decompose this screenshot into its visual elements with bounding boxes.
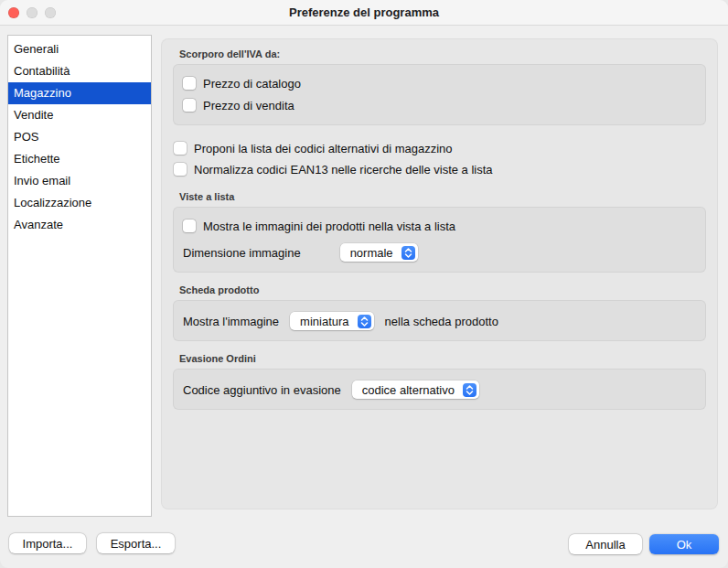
vat-group-box: Prezzo di catalogo Prezzo di vendita <box>173 64 706 125</box>
checkbox-label[interactable]: Prezzo di vendita <box>203 99 294 113</box>
image-size-label: Dimensione immagine <box>183 246 301 260</box>
sidebar-item-vendite[interactable]: Vendite <box>8 104 151 126</box>
preferences-sidebar: Generali Contabilità Magazzino Vendite P… <box>7 35 152 517</box>
image-size-select[interactable]: normale <box>340 243 418 262</box>
checkbox-label[interactable]: Proponi la lista dei codici alternativi … <box>194 142 453 155</box>
chevron-up-down-icon <box>358 315 371 328</box>
normalize-ean13-checkbox[interactable] <box>174 163 187 176</box>
show-image-select[interactable]: miniatura <box>290 312 373 330</box>
sidebar-item-avanzate[interactable]: Avanzate <box>8 214 151 236</box>
traffic-lights <box>8 7 56 18</box>
minimize-icon <box>27 7 37 18</box>
cancel-button[interactable]: Annulla <box>569 534 642 554</box>
popup-selected-value: miniatura <box>300 315 348 328</box>
propose-alt-codes-row: Proponi la lista dei codici alternativi … <box>173 138 706 158</box>
vat-section-title: Scorporo dell'IVA da: <box>179 48 706 59</box>
show-image-suffix: nella scheda prodotto <box>385 315 498 328</box>
propose-alt-codes-checkbox[interactable] <box>174 142 187 155</box>
import-button[interactable]: Importa... <box>9 533 86 553</box>
checkbox-label[interactable]: Prezzo di catalogo <box>203 77 301 91</box>
checkbox-label[interactable]: Normalizza codici EAN13 nelle ricerche d… <box>194 163 493 177</box>
show-product-images-row: Mostra le immagini dei prodotti nella vi… <box>183 215 696 237</box>
additional-code-select[interactable]: codice alternativo <box>352 380 479 399</box>
sidebar-item-pos[interactable]: POS <box>8 126 151 148</box>
image-size-row: Dimensione immagine normale <box>183 241 696 263</box>
product-sheet-group-box: Mostra l'immagine miniatura nella scheda… <box>173 300 706 341</box>
zoom-icon <box>45 7 56 18</box>
list-views-section-title: Viste a lista <box>179 191 706 202</box>
sidebar-item-magazzino[interactable]: Magazzino <box>8 82 151 104</box>
sidebar-item-localizzazione[interactable]: Localizzazione <box>8 192 151 214</box>
sidebar-item-invio-email[interactable]: Invio email <box>8 170 151 192</box>
popup-selected-value: codice alternativo <box>362 383 455 397</box>
magazzino-settings-panel: Scorporo dell'IVA da: Prezzo di catalogo… <box>161 38 718 509</box>
chevron-up-down-icon <box>401 246 415 260</box>
show-image-label: Mostra l'immagine <box>183 315 279 328</box>
close-icon[interactable] <box>8 7 19 18</box>
sidebar-item-contabilita[interactable]: Contabilità <box>8 60 151 82</box>
order-fulfillment-section-title: Evasione Ordini <box>179 353 706 364</box>
sale-price-row: Prezzo di vendita <box>183 94 696 116</box>
sidebar-item-generali[interactable]: Generali <box>8 38 151 60</box>
ok-button[interactable]: Ok <box>649 534 719 554</box>
sidebar-item-etichette[interactable]: Etichette <box>8 148 151 170</box>
title-bar: Preferenze del programma <box>0 0 728 26</box>
chevron-up-down-icon <box>463 383 476 397</box>
show-image-row: Mostra l'immagine miniatura nella scheda… <box>183 310 696 332</box>
export-button[interactable]: Esporta... <box>97 533 175 553</box>
order-fulfillment-group-box: Codice aggiuntivo in evasione codice alt… <box>173 369 706 410</box>
additional-code-row: Codice aggiuntivo in evasione codice alt… <box>183 379 696 401</box>
catalog-price-row: Prezzo di catalogo <box>183 72 696 94</box>
normalize-ean13-row: Normalizza codici EAN13 nelle ricerche d… <box>173 159 706 179</box>
window-title: Preferenze del programma <box>0 0 728 26</box>
catalog-price-checkbox[interactable] <box>183 77 196 90</box>
additional-code-label: Codice aggiuntivo in evasione <box>183 383 341 397</box>
preferences-window: Preferenze del programma Generali Contab… <box>0 0 728 568</box>
checkbox-label[interactable]: Mostra le immagini dei prodotti nella vi… <box>203 220 455 233</box>
product-sheet-section-title: Scheda prodotto <box>179 284 706 295</box>
popup-selected-value: normale <box>350 246 393 260</box>
list-views-group-box: Mostra le immagini dei prodotti nella vi… <box>173 207 706 273</box>
footer-bar: Importa... Esporta... Annulla Ok <box>0 531 728 568</box>
show-product-images-checkbox[interactable] <box>183 220 196 232</box>
sale-price-checkbox[interactable] <box>183 99 196 112</box>
